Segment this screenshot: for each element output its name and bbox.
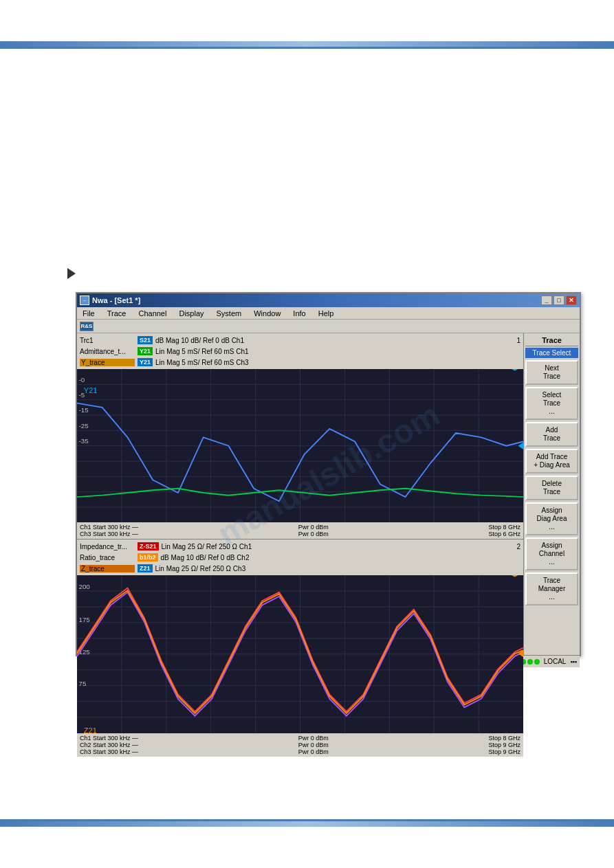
diag2-footer: Ch1 Start 300 kHz — Pwr 0 dBm Stop 8 GHz… (77, 733, 523, 757)
trace-manager-button[interactable]: TraceManager... (525, 572, 578, 605)
trace-section-title: Trace Select (525, 348, 578, 358)
diag2-ch3-pwr: Pwr 0 dBm (298, 748, 329, 755)
title-bar: ~ Nwa - [Set1 *] _ □ ✕ (77, 293, 580, 307)
maximize-button[interactable]: □ (553, 296, 564, 305)
menu-bar: File Trace Channel Display System Window… (77, 307, 580, 320)
status-extra: ▪▪▪ (570, 658, 577, 665)
diag1-ch3-start: Ch3 Start 300 kHz — (80, 531, 138, 537)
admittance-info: Lin Mag 5 mS/ Ref 60 mS Ch1 (155, 348, 249, 355)
app-icon: ~ (80, 296, 89, 305)
select-trace-button[interactable]: SelectTrace... (525, 387, 578, 420)
local-status: LOCAL (544, 658, 567, 665)
diag1-ch1-pwr: Pwr 0 dBm (298, 524, 329, 531)
trace-panel: Trace Trace Select NextTrace SelectTrace… (523, 333, 580, 655)
svg-text:-25: -25 (78, 422, 89, 430)
menu-window[interactable]: Window (251, 309, 283, 318)
delete-trace-button[interactable]: DeleteTrace (525, 476, 578, 500)
menu-help[interactable]: Help (316, 309, 337, 318)
diag2-chart: 200 175 125 75 Z21 (77, 575, 523, 733)
ytrace-info: Lin Mag 5 mS/ Ref 60 mS Ch3 (155, 359, 249, 366)
diag1-ch1-start: Ch1 Start 300 kHz — (80, 524, 138, 531)
bottom-banner-line (0, 819, 614, 821)
trc1-info: dB Mag 10 dB/ Ref 0 dB Ch1 (155, 337, 244, 344)
add-trace-button[interactable]: AddTrace (525, 422, 578, 447)
diag1-footer-row1: Ch1 Start 300 kHz — Pwr 0 dBm Stop 8 GHz (80, 524, 520, 531)
toolbar: R&S (77, 320, 580, 333)
ratio-badge: b1/b2 (138, 553, 158, 561)
diag2-ch1-pwr: Pwr 0 dBm (298, 735, 329, 742)
diag2-num: 2 (516, 543, 520, 550)
ytrace-badge: Y21 (138, 358, 153, 366)
trace-row-trc1: Trc1 S21 dB Mag 10 dB/ Ref 0 dB Ch1 1 (80, 335, 520, 346)
menu-file[interactable]: File (80, 309, 98, 318)
diag2-ch2-start: Ch2 Start 300 kHz — (80, 742, 138, 748)
window-title: Nwa - [Set1 *] (92, 296, 140, 304)
admittance-name: Admittance_t... (80, 348, 135, 355)
window-controls: _ □ ✕ (541, 296, 577, 305)
diag2-ch3-stop: Stop 9 GHz (488, 748, 520, 755)
measurement-area: Trc1 S21 dB Mag 10 dB/ Ref 0 dB Ch1 1 Ad… (77, 333, 523, 655)
svg-text:75: 75 (78, 680, 86, 688)
ratio-info: dB Mag 10 dB/ Ref 0 dB Ch2 (161, 554, 250, 561)
diag1-chart: -0 -5 -15 -25 -35 Y21 (77, 369, 523, 522)
trace-row-ytrace: Y_trace Y21 Lin Mag 5 mS/ Ref 60 mS Ch3 (80, 357, 520, 368)
menu-display[interactable]: Display (176, 309, 206, 318)
status-dot-4 (527, 659, 533, 665)
svg-text:Y21: Y21 (84, 386, 98, 394)
admittance-badge: Y21 (138, 347, 153, 355)
assign-diag-area-button[interactable]: AssignDiag Area... (525, 502, 578, 535)
diag2-ch2-pwr: Pwr 0 dBm (298, 742, 329, 748)
diag2-svg: 200 175 125 75 Z21 (77, 575, 523, 733)
top-banner (0, 41, 614, 47)
trace-row-ratio: Ratio_trace b1/b2 dB Mag 10 dB/ Ref 0 dB… (80, 552, 520, 563)
close-button[interactable]: ✕ (566, 296, 577, 305)
ratio-name: Ratio_trace (80, 554, 135, 561)
diag2-ch3-start: Ch3 Start 300 kHz — (80, 748, 138, 755)
diag1-svg: -0 -5 -15 -25 -35 Y21 (77, 369, 523, 522)
trace-row-impedance: Impedance_tr... Z-S21 Lin Mag 25 Ω/ Ref … (80, 541, 520, 552)
diag1-num: 1 (516, 337, 520, 344)
minimize-button[interactable]: _ (541, 296, 552, 305)
svg-text:-0: -0 (78, 376, 85, 383)
menu-trace[interactable]: Trace (105, 309, 129, 318)
trace-row-admittance: Admittance_t... Y21 Lin Mag 5 mS/ Ref 60… (80, 346, 520, 357)
trace-row-ztrace: Z_trace Z21 Lin Mag 25 Ω/ Ref 250 Ω Ch3 (80, 563, 520, 574)
diagram-1: Trc1 S21 dB Mag 10 dB/ Ref 0 dB Ch1 1 Ad… (77, 333, 523, 539)
svg-text:175: 175 (78, 616, 90, 624)
content-area: Trc1 S21 dB Mag 10 dB/ Ref 0 dB Ch1 1 Ad… (77, 333, 580, 655)
add-trace-diag-button[interactable]: Add Trace+ Diag Area (525, 449, 578, 474)
nwa-window: ~ Nwa - [Set1 *] _ □ ✕ File Trace Channe… (76, 292, 581, 656)
diag2-ch1-stop: Stop 8 GHz (488, 735, 520, 742)
title-bar-left: ~ Nwa - [Set1 *] (80, 296, 140, 305)
diag1-footer-row2: Ch3 Start 300 kHz — Pwr 0 dBm Stop 6 GHz (80, 531, 520, 537)
ytrace-name: Y_trace (80, 359, 135, 366)
ztrace-info: Lin Mag 25 Ω/ Ref 250 Ω Ch3 (155, 565, 246, 572)
next-trace-button[interactable]: NextTrace (525, 360, 578, 385)
svg-text:Z21: Z21 (84, 726, 97, 733)
menu-info[interactable]: Info (290, 309, 308, 318)
impedance-name: Impedance_tr... (80, 543, 135, 550)
menu-system[interactable]: System (214, 309, 245, 318)
menu-channel[interactable]: Channel (135, 309, 169, 318)
diag2-footer-row1: Ch1 Start 300 kHz — Pwr 0 dBm Stop 8 GHz (80, 735, 520, 742)
diag2-ch1-start: Ch1 Start 300 kHz — (80, 735, 138, 742)
status-dot-5 (534, 659, 540, 665)
assign-channel-button[interactable]: AssignChannel... (525, 537, 578, 570)
bottom-banner (0, 821, 614, 827)
toolbar-logo: R&S (80, 322, 94, 331)
top-banner-line (0, 47, 614, 49)
diagram-2: Impedance_tr... Z-S21 Lin Mag 25 Ω/ Ref … (77, 539, 523, 757)
trc1-badge: S21 (138, 336, 153, 344)
diag1-trace-header: Trc1 S21 dB Mag 10 dB/ Ref 0 dB Ch1 1 Ad… (77, 333, 523, 369)
impedance-info: Lin Mag 25 Ω/ Ref 250 Ω Ch1 (162, 543, 252, 550)
ztrace-badge: Z21 (138, 564, 153, 572)
diag1-footer: Ch1 Start 300 kHz — Pwr 0 dBm Stop 8 GHz… (77, 522, 523, 539)
impedance-badge: Z-S21 (138, 542, 159, 550)
svg-text:-35: -35 (78, 437, 89, 445)
trace-panel-title: Trace (525, 335, 578, 346)
arrow-bullet (67, 268, 76, 279)
trc1-name: Trc1 (80, 337, 135, 344)
diag2-trace-header: Impedance_tr... Z-S21 Lin Mag 25 Ω/ Ref … (77, 539, 523, 575)
svg-text:-15: -15 (78, 406, 89, 414)
diag2-footer-row3: Ch3 Start 300 kHz — Pwr 0 dBm Stop 9 GHz (80, 748, 520, 755)
